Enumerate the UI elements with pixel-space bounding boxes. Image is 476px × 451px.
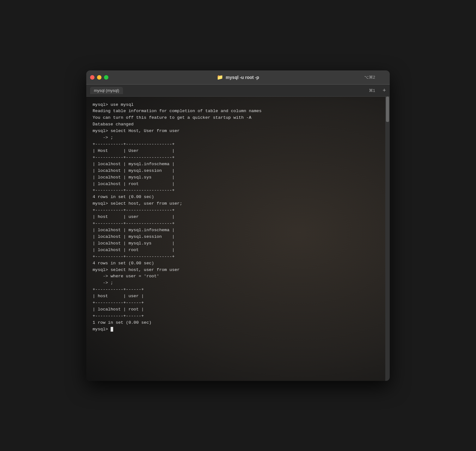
add-tab-button[interactable]: + — [382, 87, 386, 94]
window-shortcut: ⌥⌘2 — [364, 75, 375, 80]
terminal-line: +-----------+------+ — [93, 300, 380, 306]
terminal-line: +-----------+------+ — [93, 286, 380, 293]
terminal-line: | localhost | mysql.infoschema | — [93, 161, 380, 168]
terminal-line: 1 row in set (0.00 sec) — [93, 320, 380, 326]
terminal-line: mysql> select host, user from user; — [93, 201, 380, 207]
window-title-text: mysql -u root -p — [226, 75, 259, 80]
tab-label: mysql (mysql) — [94, 88, 119, 93]
terminal-line: mysql> use mysql — [93, 102, 380, 108]
maximize-button[interactable] — [104, 75, 108, 80]
terminal-line: 4 rows in set (0.00 sec) — [93, 260, 380, 267]
tab-bar: mysql (mysql) ⌘1 + — [86, 85, 390, 97]
terminal-window: 📁 mysql -u root -p ⌥⌘2 mysql (mysql) ⌘1 … — [86, 70, 390, 381]
terminal-line: | host | user | — [93, 214, 380, 220]
terminal-line: | Host | User | — [93, 148, 380, 154]
titlebar: 📁 mysql -u root -p ⌥⌘2 — [86, 70, 390, 85]
terminal-line: | host | user | — [93, 293, 380, 300]
terminal-line: mysql> select Host, User from user — [93, 128, 380, 135]
terminal-line: -> where user = 'root' — [93, 273, 380, 280]
terminal-line: -> ; — [93, 280, 380, 286]
window-title: 📁 mysql -u root -p — [217, 74, 259, 80]
terminal-line: +-----------+------------------+ — [93, 154, 380, 161]
terminal-line: -> ; — [93, 135, 380, 141]
terminal-line: mysql> select host, user from user — [93, 267, 380, 274]
terminal-line: | localhost | mysql.session | — [93, 168, 380, 174]
minimize-button[interactable] — [97, 75, 101, 80]
close-button[interactable] — [90, 75, 95, 80]
terminal-line: | localhost | root | — [93, 247, 380, 254]
terminal-line: | localhost | mysql.sys | — [93, 240, 380, 247]
terminal-line: | localhost | mysql.sys | — [93, 174, 380, 181]
terminal-content[interactable]: mysql> use mysqlReading table informatio… — [86, 97, 390, 381]
terminal-line: +-----------+------------------+ — [93, 254, 380, 260]
terminal-line: mysql> — [93, 326, 380, 333]
folder-icon: 📁 — [217, 74, 223, 80]
terminal-line: +-----------+------------------+ — [93, 141, 380, 148]
terminal-line: Database changed — [93, 121, 380, 128]
terminal-line: You can turn off this feature to get a q… — [93, 115, 380, 121]
terminal-line: +-----------+------------------+ — [93, 220, 380, 227]
terminal-line: | localhost | root | — [93, 306, 380, 313]
terminal-cursor — [111, 327, 113, 332]
terminal-line: +-----------+------+ — [93, 313, 380, 320]
active-tab[interactable]: mysql (mysql) — [90, 87, 123, 94]
terminal-line: | localhost | root | — [93, 181, 380, 188]
traffic-lights — [90, 75, 108, 80]
terminal-line: +-----------+------------------+ — [93, 207, 380, 214]
terminal-line: +-----------+------------------+ — [93, 187, 380, 194]
scrollbar[interactable] — [385, 97, 390, 381]
tab-shortcut: ⌘1 — [369, 88, 375, 93]
terminal-line: 4 rows in set (0.00 sec) — [93, 194, 380, 201]
terminal-line: Reading table information for completion… — [93, 108, 380, 115]
terminal-line: | localhost | mysql.session | — [93, 234, 380, 240]
scrollbar-thumb[interactable] — [386, 97, 389, 122]
terminal-line: | localhost | mysql.infoschema | — [93, 227, 380, 234]
